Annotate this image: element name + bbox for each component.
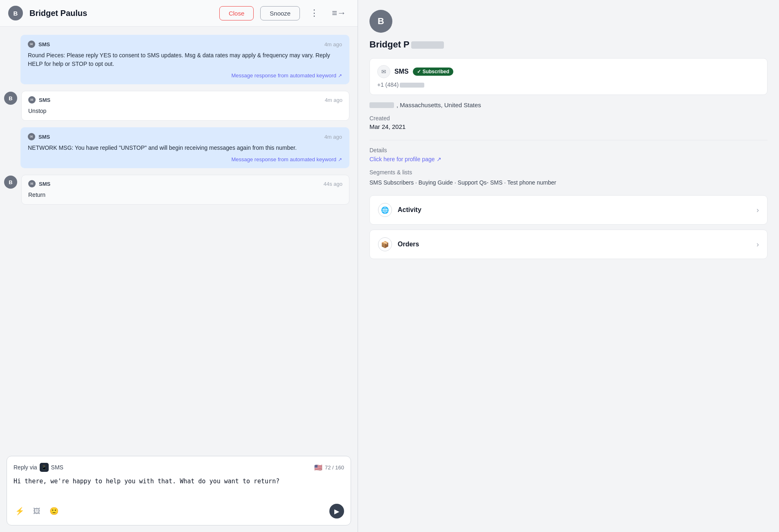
left-panel: B Bridget Paulus Close Snooze ⋮ ≡→ ✉ SMS…: [0, 0, 358, 532]
message-item: B ✉ SMS 44s ago Return: [4, 175, 349, 205]
messages-area: ✉ SMS 4m ago Round Pieces: Please reply …: [0, 27, 358, 451]
created-label: Created: [369, 115, 768, 122]
created-date: Mar 24, 2021: [369, 123, 768, 130]
subscribed-badge: ✓ Subscribed: [413, 68, 453, 76]
chevron-right-icon: ›: [756, 206, 759, 214]
sms-channel-icon: 📱: [40, 463, 49, 472]
snooze-button[interactable]: Snooze: [260, 6, 300, 20]
external-link-icon: ↗: [338, 157, 342, 162]
ellipsis-icon: ⋮: [310, 8, 319, 18]
message-body: Round Pieces: Please reply YES to consen…: [28, 51, 342, 68]
location-text: , Massachusetts, United States: [396, 101, 481, 108]
message-bubble: ✉ SMS 44s ago Return: [21, 175, 349, 205]
reply-header: Reply via 📱 SMS 🇺🇸 72 / 160: [14, 463, 344, 472]
send-icon: ▶: [334, 507, 339, 515]
message-body: Return: [28, 191, 342, 199]
message-avatar: B: [4, 92, 17, 105]
location-city-blur: [369, 102, 394, 108]
sms-channel-icon: ✉: [28, 96, 36, 104]
image-icon: 🖼: [33, 507, 41, 515]
details-label: Details: [369, 147, 768, 153]
check-icon: ✓: [417, 69, 421, 74]
message-body: Unstop: [28, 107, 342, 115]
message-time: 4m ago: [324, 134, 342, 140]
message-time: 4m ago: [325, 97, 342, 103]
location-row: , Massachusetts, United States: [369, 101, 768, 108]
sms-channel-icon: ✉: [28, 180, 36, 187]
sms-channel-icon: ✉: [28, 133, 35, 140]
emoji-button[interactable]: 🙂: [48, 505, 60, 517]
message-time: 44s ago: [324, 181, 342, 187]
message-item: ✉ SMS 4m ago NETWORK MSG: You have repli…: [20, 127, 349, 168]
reply-area: Reply via 📱 SMS 🇺🇸 72 / 160 Hi there, we…: [7, 456, 351, 525]
sms-label: SMS: [394, 68, 409, 75]
list-icon: ≡→: [332, 8, 346, 18]
segments-section: Segments & lists SMS Subscribers · Buyin…: [369, 169, 768, 187]
reply-toolbar: ⚡ 🖼 🙂: [14, 505, 60, 517]
activity-label: Activity: [398, 206, 756, 214]
conversation-header: B Bridget Paulus Close Snooze ⋮ ≡→: [0, 0, 358, 27]
message-item: B ✉ SMS 4m ago Unstop: [4, 91, 349, 121]
sms-channel-icon: ✉: [28, 41, 35, 48]
more-options-button[interactable]: ⋮: [306, 6, 322, 20]
external-link-icon: ↗: [338, 73, 342, 79]
message-body: NETWORK MSG: You have replied "UNSTOP" a…: [28, 144, 342, 152]
sms-subscription-card: ✉ SMS ✓ Subscribed +1 (484): [369, 58, 768, 95]
sms-card-header: ✉ SMS ✓ Subscribed: [377, 65, 760, 78]
chevron-right-icon: ›: [756, 240, 759, 249]
message-channel-label: SMS: [38, 41, 50, 47]
reply-via-label: Reply via 📱 SMS: [14, 463, 63, 472]
segments-text: SMS Subscribers · Buying Guide · Support…: [369, 178, 768, 187]
image-button[interactable]: 🖼: [32, 505, 42, 517]
message-item: ✉ SMS 4m ago Round Pieces: Please reply …: [20, 35, 349, 84]
orders-icon: 📦: [378, 237, 392, 251]
header-avatar: B: [8, 6, 23, 20]
automated-keyword-link[interactable]: Message response from automated keyword …: [28, 72, 342, 79]
activity-icon: 🌐: [378, 203, 392, 217]
details-section: Details Click here for profile page ↗: [369, 147, 768, 162]
automated-keyword-link[interactable]: Message response from automated keyword …: [28, 156, 342, 162]
activity-card[interactable]: 🌐 Activity ›: [369, 195, 768, 225]
list-view-button[interactable]: ≡→: [329, 6, 349, 20]
contact-name: Bridget P: [369, 39, 768, 50]
created-section: Created Mar 24, 2021: [369, 115, 768, 130]
divider: [369, 140, 768, 140]
lightning-icon: ⚡: [15, 507, 24, 515]
message-channel-label: SMS: [39, 181, 50, 187]
right-panel: B Bridget P ✉ SMS ✓ Subscribed +1 (484) …: [358, 0, 779, 532]
header-name: Bridget Paulus: [29, 9, 213, 18]
close-button[interactable]: Close: [219, 6, 254, 20]
sms-icon: ✉: [377, 65, 390, 78]
profile-page-link[interactable]: Click here for profile page ↗: [369, 156, 768, 162]
flag-icon: 🇺🇸: [314, 464, 322, 471]
message-time: 4m ago: [324, 41, 342, 47]
orders-label: Orders: [398, 241, 756, 248]
char-count: 🇺🇸 72 / 160: [314, 464, 344, 471]
send-button[interactable]: ▶: [329, 504, 344, 518]
external-link-icon: ↗: [437, 156, 441, 162]
contact-avatar: B: [369, 10, 392, 33]
phone-number: +1 (484): [377, 81, 760, 88]
reply-input[interactable]: Hi there, we're happy to help you with t…: [14, 477, 344, 497]
emoji-icon: 🙂: [50, 507, 59, 515]
message-channel-label: SMS: [39, 97, 50, 103]
message-channel-label: SMS: [38, 134, 50, 140]
lightning-button[interactable]: ⚡: [14, 505, 26, 517]
message-bubble: ✉ SMS 4m ago Unstop: [21, 91, 349, 121]
reply-footer: ⚡ 🖼 🙂 ▶: [14, 504, 344, 518]
message-avatar: B: [4, 176, 17, 189]
orders-card[interactable]: 📦 Orders ›: [369, 230, 768, 259]
segments-label: Segments & lists: [369, 169, 768, 176]
